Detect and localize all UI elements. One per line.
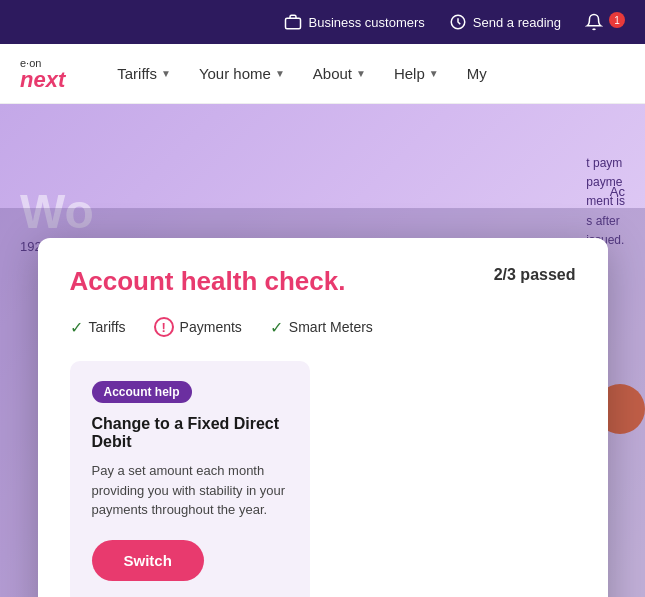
notifications-link[interactable]: 1: [585, 13, 625, 31]
logo-next-text: next: [20, 69, 65, 91]
tariffs-label: Tariffs: [117, 65, 157, 82]
right-line2: payme: [586, 173, 625, 192]
nav-about[interactable]: About ▼: [301, 57, 378, 90]
about-label: About: [313, 65, 352, 82]
account-help-badge: Account help: [92, 381, 192, 403]
send-reading-link[interactable]: Send a reading: [449, 13, 561, 31]
smart-meters-pass-icon: ✓: [270, 318, 283, 337]
help-label: Help: [394, 65, 425, 82]
logo[interactable]: e·on next: [20, 57, 65, 91]
account-help-card: Account help Change to a Fixed Direct De…: [70, 361, 310, 597]
my-label: My: [467, 65, 487, 82]
business-customers-link[interactable]: Business customers: [284, 13, 424, 31]
about-chevron: ▼: [356, 68, 366, 79]
business-icon: [284, 13, 302, 31]
notification-count: 1: [609, 12, 625, 28]
modal-header: Account health check. 2/3 passed: [70, 266, 576, 297]
top-bar: Business customers Send a reading 1: [0, 0, 645, 44]
tariffs-pass-icon: ✓: [70, 318, 83, 337]
switch-button[interactable]: Switch: [92, 540, 204, 581]
tariffs-check-label: Tariffs: [89, 319, 126, 335]
check-payments: ! Payments: [154, 317, 242, 337]
bell-icon: [585, 13, 603, 31]
meter-icon: [449, 13, 467, 31]
your-home-label: Your home: [199, 65, 271, 82]
svg-rect-0: [286, 18, 301, 29]
business-label: Business customers: [308, 15, 424, 30]
right-line1: t paym: [586, 154, 625, 173]
help-chevron: ▼: [429, 68, 439, 79]
your-home-chevron: ▼: [275, 68, 285, 79]
nav-help[interactable]: Help ▼: [382, 57, 451, 90]
info-card-title: Change to a Fixed Direct Debit: [92, 415, 288, 451]
send-reading-label: Send a reading: [473, 15, 561, 30]
modal-title: Account health check.: [70, 266, 346, 297]
nav-my[interactable]: My: [455, 57, 499, 90]
modal-score: 2/3 passed: [494, 266, 576, 284]
info-card-description: Pay a set amount each month providing yo…: [92, 461, 288, 520]
nav-bar: e·on next Tariffs ▼ Your home ▼ About ▼ …: [0, 44, 645, 104]
check-smart-meters: ✓ Smart Meters: [270, 318, 373, 337]
check-tariffs: ✓ Tariffs: [70, 318, 126, 337]
payments-check-label: Payments: [180, 319, 242, 335]
modal-overlay: Account health check. 2/3 passed ✓ Tarif…: [0, 208, 645, 597]
nav-items: Tariffs ▼ Your home ▼ About ▼ Help ▼ My: [105, 57, 625, 90]
nav-your-home[interactable]: Your home ▼: [187, 57, 297, 90]
nav-tariffs[interactable]: Tariffs ▼: [105, 57, 183, 90]
payments-warn-icon: !: [154, 317, 174, 337]
modal-card: Account health check. 2/3 passed ✓ Tarif…: [38, 238, 608, 597]
bg-content: Wo 192 G... Ac t paym payme ment is s af…: [0, 104, 645, 597]
smart-meters-check-label: Smart Meters: [289, 319, 373, 335]
check-items: ✓ Tariffs ! Payments ✓ Smart Meters: [70, 317, 576, 337]
tariffs-chevron: ▼: [161, 68, 171, 79]
